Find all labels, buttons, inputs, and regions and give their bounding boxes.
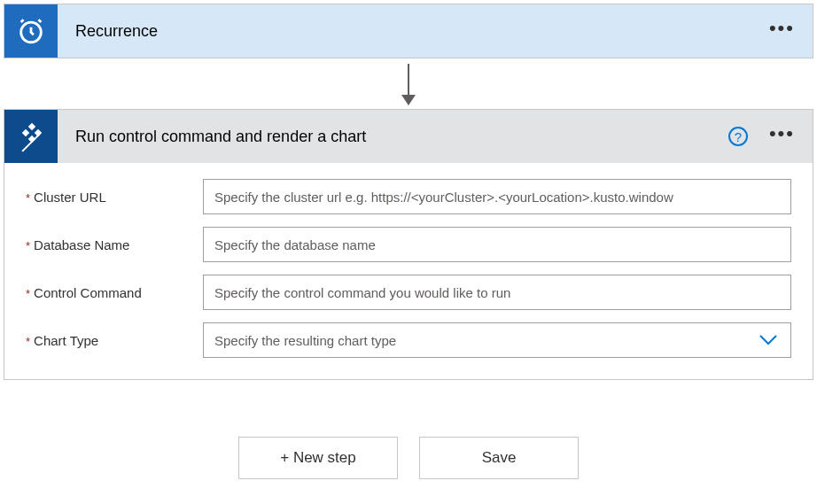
cluster-url-label: * Cluster URL <box>26 190 203 205</box>
recurrence-header[interactable]: Recurrence ••• <box>4 4 813 58</box>
svg-rect-5 <box>21 133 40 151</box>
overflow-menu-icon[interactable]: ••• <box>769 23 795 40</box>
chart-type-label: * Chart Type <box>26 333 203 348</box>
kusto-title: Run control command and render a chart <box>75 128 728 146</box>
chart-type-label-text: Chart Type <box>34 333 98 348</box>
control-command-label: * Control Command <box>26 285 203 300</box>
kusto-action-card: Run control command and render a chart ?… <box>4 109 813 380</box>
schedule-icon <box>4 4 58 58</box>
chart-type-select[interactable] <box>203 322 791 358</box>
required-mark: * <box>26 191 30 205</box>
cluster-url-row: * Cluster URL <box>26 179 791 214</box>
control-command-row: * Control Command <box>26 275 791 310</box>
database-name-label: * Database Name <box>26 237 203 252</box>
recurrence-card: Recurrence ••• <box>4 4 813 58</box>
save-button[interactable]: Save <box>419 437 579 479</box>
cluster-url-input[interactable] <box>203 179 791 214</box>
control-command-label-text: Control Command <box>34 285 142 300</box>
help-icon[interactable]: ? <box>728 127 748 146</box>
svg-rect-2 <box>22 129 29 136</box>
database-name-label-text: Database Name <box>34 237 129 252</box>
kusto-header[interactable]: Run control command and render a chart ?… <box>4 110 813 163</box>
control-command-input[interactable] <box>203 275 791 310</box>
data-explorer-icon <box>4 110 58 163</box>
database-name-input[interactable] <box>203 227 791 262</box>
required-mark: * <box>26 335 30 348</box>
recurrence-title: Recurrence <box>75 22 769 41</box>
chart-type-row: * Chart Type <box>26 322 791 358</box>
svg-rect-1 <box>28 123 35 130</box>
required-mark: * <box>26 239 30 252</box>
cluster-url-label-text: Cluster URL <box>34 190 106 205</box>
required-mark: * <box>26 287 30 300</box>
designer-footer: + New step Save <box>238 437 579 479</box>
new-step-button[interactable]: + New step <box>238 437 398 479</box>
overflow-menu-icon[interactable]: ••• <box>769 128 795 145</box>
kusto-form: * Cluster URL * Database Name * Control … <box>4 163 813 379</box>
flow-arrow-icon <box>401 64 416 105</box>
database-name-row: * Database Name <box>26 227 791 262</box>
